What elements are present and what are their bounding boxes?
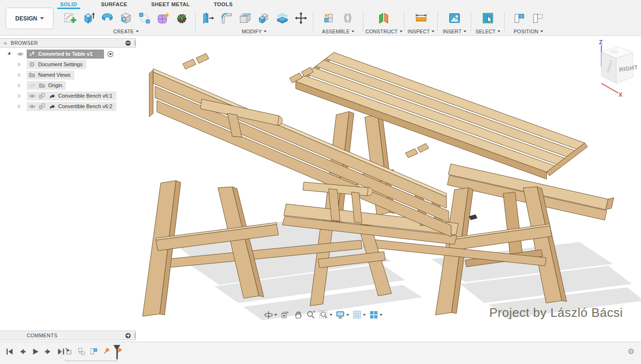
- collapse-circle-icon[interactable]: [125, 40, 131, 46]
- select-icon[interactable]: [480, 10, 496, 26]
- create-form-icon[interactable]: [155, 10, 171, 26]
- add-comment-circle-icon[interactable]: [125, 333, 131, 338]
- canvas-icon[interactable]: [447, 10, 462, 26]
- chevrons-left-icon[interactable]: «: [4, 40, 7, 46]
- revert-position-icon[interactable]: [530, 10, 546, 26]
- step-back-icon[interactable]: [18, 347, 27, 356]
- go-to-start-icon[interactable]: [5, 347, 14, 356]
- create-sketch-icon[interactable]: [62, 10, 78, 26]
- combine-icon[interactable]: [256, 10, 271, 26]
- tree-root-chip[interactable]: Converted to Table v1: [27, 50, 104, 59]
- pro-feature-icon[interactable]: PRO: [174, 10, 189, 26]
- shell-icon[interactable]: [238, 10, 253, 26]
- move-copy-icon[interactable]: [293, 10, 309, 26]
- tree-row-bench-2[interactable]: Convertible Bench v6:2: [0, 101, 136, 111]
- disclosure-collapsed-icon[interactable]: [15, 92, 23, 100]
- assemble-section-label[interactable]: ASSEMBLE: [322, 29, 354, 35]
- viewports-icon[interactable]: [369, 310, 383, 320]
- comments-scrollbar[interactable]: [134, 333, 135, 338]
- design-menu-button[interactable]: DESIGN: [6, 8, 53, 29]
- pan-icon[interactable]: [293, 310, 303, 320]
- tab-solid[interactable]: SOLID: [57, 0, 80, 8]
- toolbar-group-modify: MODIFY: [197, 10, 311, 35]
- modify-section-label[interactable]: MODIFY: [242, 29, 267, 35]
- toolbar-divider: [363, 11, 363, 31]
- dropdown-caret-icon: [363, 314, 366, 316]
- browser-scrollbar[interactable]: [134, 40, 135, 46]
- disclosure-collapsed-icon[interactable]: [15, 61, 23, 68]
- tab-sheet-metal[interactable]: SHEET METAL: [148, 0, 193, 8]
- comments-panel-title: COMMENTS: [27, 333, 57, 338]
- timeline-playhead[interactable]: [114, 345, 120, 359]
- tree-root-label: Converted to Table v1: [38, 51, 93, 57]
- grid-icon[interactable]: [352, 310, 366, 320]
- rectangular-pattern-icon[interactable]: [137, 10, 152, 26]
- hidden-eye-icon[interactable]: [28, 81, 36, 89]
- comments-panel-header[interactable]: COMMENTS: [0, 331, 136, 340]
- extrude-icon[interactable]: [81, 10, 96, 26]
- press-pull-icon[interactable]: [200, 10, 216, 26]
- timeline-bar: ⚙: [0, 342, 641, 364]
- create-section-label[interactable]: CREATE: [113, 29, 138, 35]
- capture-position-feature-icon[interactable]: [89, 346, 98, 356]
- tree-item-chip[interactable]: Origin: [27, 81, 66, 90]
- folder-icon: [38, 81, 46, 89]
- tree-item-chip[interactable]: ⚙ Document Settings: [27, 60, 86, 69]
- activate-radio-icon[interactable]: [106, 50, 114, 58]
- toolbar-group-assemble: ASSEMBLE: [314, 10, 362, 35]
- dropdown-caret-icon: [464, 30, 466, 32]
- tree-row-origin[interactable]: Origin: [0, 80, 136, 91]
- disclosure-collapsed-icon[interactable]: [15, 71, 23, 79]
- tree-row-document-settings[interactable]: ⚙ Document Settings: [0, 59, 136, 70]
- inspect-section-label[interactable]: INSPECT: [408, 29, 435, 35]
- capture-position-icon[interactable]: [512, 10, 527, 26]
- tree-item-chip[interactable]: Convertible Bench v6:1: [27, 91, 116, 101]
- joint-icon[interactable]: [340, 10, 355, 26]
- play-icon[interactable]: [31, 347, 40, 356]
- insert-section-label[interactable]: INSERT: [443, 29, 466, 35]
- disclosure-collapsed-icon[interactable]: [15, 102, 23, 110]
- tree-row-bench-1[interactable]: Convertible Bench v6:1: [0, 91, 136, 101]
- measure-icon[interactable]: [414, 10, 429, 26]
- look-at-icon[interactable]: [280, 310, 290, 320]
- tree-item-chip[interactable]: Named Views: [27, 71, 74, 80]
- split-body-icon[interactable]: [275, 10, 290, 26]
- tree-row-named-views[interactable]: Named Views: [0, 70, 136, 80]
- orbit-icon[interactable]: [264, 310, 277, 320]
- select-section-label[interactable]: SELECT: [476, 29, 500, 35]
- timeline-settings-gear-icon[interactable]: ⚙: [628, 348, 634, 355]
- toolbar-group-insert: INSERT: [439, 10, 470, 35]
- eye-icon[interactable]: [28, 102, 36, 110]
- toolbar-group-construct: CONSTRUCT: [364, 10, 403, 35]
- hole-icon[interactable]: [118, 10, 134, 26]
- display-settings-icon[interactable]: [336, 310, 349, 320]
- x-axis-label: X: [619, 91, 622, 98]
- ribbon-tabs: SOLID SURFACE SHEET METAL TOOLS: [57, 0, 236, 9]
- disclosure-collapsed-icon[interactable]: [15, 81, 23, 89]
- browser-panel-header[interactable]: « BROWSER: [0, 38, 136, 48]
- zoom-icon[interactable]: [306, 310, 316, 320]
- revolve-icon[interactable]: [100, 10, 115, 26]
- derive-icon[interactable]: [64, 346, 73, 356]
- browser-tree: Converted to Table v1 ⚙ Document Setting…: [0, 49, 136, 111]
- construction-plane-icon[interactable]: [376, 10, 392, 26]
- eye-icon[interactable]: [28, 92, 36, 100]
- position-section-label[interactable]: POSITION: [514, 29, 543, 35]
- tree-item-chip[interactable]: Convertible Bench v6:2: [27, 102, 116, 111]
- project-watermark: Project by László Bácsi: [489, 305, 623, 320]
- tree-item-label: Convertible Bench v6:2: [58, 103, 113, 109]
- new-component-icon[interactable]: [321, 10, 337, 26]
- step-forward-icon[interactable]: [43, 347, 53, 356]
- toolbar-divider: [471, 11, 471, 31]
- zoom-window-icon[interactable]: [319, 310, 332, 320]
- eye-icon[interactable]: [16, 50, 24, 58]
- tab-tools[interactable]: TOOLS: [211, 0, 236, 8]
- fillet-icon[interactable]: [219, 10, 234, 26]
- tab-surface[interactable]: SURFACE: [98, 0, 130, 8]
- pin-icon[interactable]: [101, 346, 111, 356]
- component-group-icon[interactable]: [76, 346, 86, 356]
- tree-row-root[interactable]: Converted to Table v1: [0, 49, 136, 59]
- view-cube[interactable]: Z X RIGHT FRONT TOP: [578, 39, 637, 98]
- disclosure-expanded-icon[interactable]: [6, 50, 13, 58]
- construct-section-label[interactable]: CONSTRUCT: [365, 29, 403, 35]
